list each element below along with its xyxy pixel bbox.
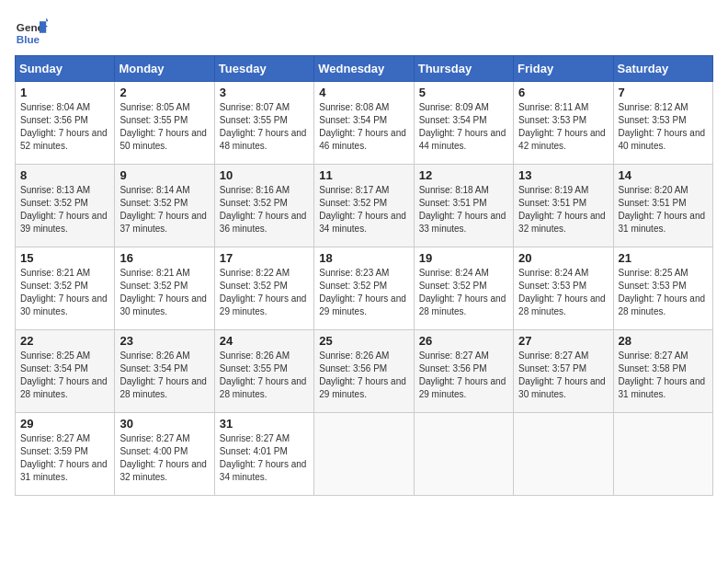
day-info: Sunrise: 8:27 AMSunset: 4:01 PMDaylight:… (220, 432, 309, 484)
day-number: 16 (119, 251, 209, 265)
calendar-week-row: 29Sunrise: 8:27 AMSunset: 3:59 PMDayligh… (16, 413, 713, 496)
svg-text:Blue: Blue (17, 33, 40, 45)
calendar-cell: 7Sunrise: 8:12 AMSunset: 3:53 PMDaylight… (613, 82, 712, 165)
day-number: 24 (220, 334, 309, 348)
day-info: Sunrise: 8:26 AMSunset: 3:54 PMDaylight:… (119, 350, 209, 401)
calendar-week-row: 8Sunrise: 8:13 AMSunset: 3:52 PMDaylight… (16, 165, 713, 247)
calendar-cell: 24Sunrise: 8:26 AMSunset: 3:55 PMDayligh… (214, 330, 313, 413)
day-number: 12 (419, 168, 508, 182)
day-number: 19 (419, 251, 508, 265)
day-info: Sunrise: 8:07 AMSunset: 3:55 PMDaylight:… (220, 101, 309, 153)
day-number: 21 (619, 251, 708, 265)
calendar-cell: 10Sunrise: 8:16 AMSunset: 3:52 PMDayligh… (214, 165, 313, 247)
day-info: Sunrise: 8:25 AMSunset: 3:53 PMDaylight:… (619, 267, 708, 318)
day-info: Sunrise: 8:12 AMSunset: 3:53 PMDaylight:… (619, 101, 708, 153)
calendar-cell: 25Sunrise: 8:26 AMSunset: 3:56 PMDayligh… (314, 330, 414, 413)
day-number: 27 (518, 334, 608, 348)
calendar-cell: 22Sunrise: 8:25 AMSunset: 3:54 PMDayligh… (16, 330, 115, 413)
day-number: 26 (419, 334, 508, 348)
day-number: 23 (119, 334, 209, 348)
col-header-saturday: Saturday (613, 56, 712, 82)
day-number: 28 (619, 334, 708, 348)
calendar-cell: 2Sunrise: 8:05 AMSunset: 3:55 PMDaylight… (115, 82, 214, 165)
col-header-monday: Monday (115, 56, 214, 82)
calendar-cell: 3Sunrise: 8:07 AMSunset: 3:55 PMDaylight… (214, 82, 313, 165)
logo-icon: General Blue (15, 15, 48, 48)
calendar-cell: 8Sunrise: 8:13 AMSunset: 3:52 PMDaylight… (16, 165, 115, 247)
day-info: Sunrise: 8:27 AMSunset: 3:59 PMDaylight:… (20, 432, 109, 484)
calendar-cell: 14Sunrise: 8:20 AMSunset: 3:51 PMDayligh… (613, 165, 712, 247)
calendar-cell: 20Sunrise: 8:24 AMSunset: 3:53 PMDayligh… (514, 247, 613, 330)
day-info: Sunrise: 8:24 AMSunset: 3:52 PMDaylight:… (419, 267, 508, 318)
col-header-wednesday: Wednesday (314, 56, 414, 82)
day-info: Sunrise: 8:25 AMSunset: 3:54 PMDaylight:… (20, 350, 109, 401)
day-info: Sunrise: 8:11 AMSunset: 3:53 PMDaylight:… (518, 101, 608, 153)
day-info: Sunrise: 8:26 AMSunset: 3:56 PMDaylight:… (319, 350, 408, 401)
day-number: 13 (518, 168, 608, 182)
col-header-friday: Friday (514, 56, 613, 82)
day-info: Sunrise: 8:27 AMSunset: 3:57 PMDaylight:… (518, 350, 608, 401)
day-info: Sunrise: 8:21 AMSunset: 3:52 PMDaylight:… (20, 267, 109, 318)
day-info: Sunrise: 8:09 AMSunset: 3:54 PMDaylight:… (419, 101, 508, 153)
day-number: 20 (518, 251, 608, 265)
day-number: 11 (319, 168, 408, 182)
day-info: Sunrise: 8:22 AMSunset: 3:52 PMDaylight:… (220, 267, 309, 318)
calendar-cell: 9Sunrise: 8:14 AMSunset: 3:52 PMDaylight… (115, 165, 214, 247)
calendar-cell: 26Sunrise: 8:27 AMSunset: 3:56 PMDayligh… (414, 330, 513, 413)
day-number: 6 (518, 86, 608, 99)
calendar-cell: 30Sunrise: 8:27 AMSunset: 4:00 PMDayligh… (115, 413, 214, 496)
calendar-cell (414, 413, 513, 496)
calendar-cell: 5Sunrise: 8:09 AMSunset: 3:54 PMDaylight… (414, 82, 513, 165)
day-number: 1 (20, 86, 109, 99)
calendar-week-row: 15Sunrise: 8:21 AMSunset: 3:52 PMDayligh… (16, 247, 713, 330)
day-number: 10 (220, 168, 309, 182)
day-number: 30 (119, 417, 209, 431)
day-number: 3 (220, 86, 309, 99)
day-number: 25 (319, 334, 408, 348)
logo: General Blue (15, 15, 51, 48)
calendar-cell: 13Sunrise: 8:19 AMSunset: 3:51 PMDayligh… (514, 165, 613, 247)
day-info: Sunrise: 8:08 AMSunset: 3:54 PMDaylight:… (319, 101, 408, 153)
calendar-cell: 29Sunrise: 8:27 AMSunset: 3:59 PMDayligh… (16, 413, 115, 496)
day-info: Sunrise: 8:14 AMSunset: 3:52 PMDaylight:… (119, 184, 209, 236)
day-number: 17 (220, 251, 309, 265)
day-info: Sunrise: 8:18 AMSunset: 3:51 PMDaylight:… (419, 184, 508, 236)
col-header-thursday: Thursday (414, 56, 513, 82)
calendar-table: SundayMondayTuesdayWednesdayThursdayFrid… (15, 55, 713, 496)
calendar-cell: 11Sunrise: 8:17 AMSunset: 3:52 PMDayligh… (314, 165, 414, 247)
calendar-cell: 28Sunrise: 8:27 AMSunset: 3:58 PMDayligh… (613, 330, 712, 413)
day-number: 18 (319, 251, 408, 265)
day-info: Sunrise: 8:16 AMSunset: 3:52 PMDaylight:… (220, 184, 309, 236)
day-number: 22 (20, 334, 109, 348)
col-header-sunday: Sunday (16, 56, 115, 82)
day-info: Sunrise: 8:05 AMSunset: 3:55 PMDaylight:… (119, 101, 209, 153)
calendar-cell: 23Sunrise: 8:26 AMSunset: 3:54 PMDayligh… (115, 330, 214, 413)
day-number: 8 (20, 168, 109, 182)
day-number: 4 (319, 86, 408, 99)
day-info: Sunrise: 8:23 AMSunset: 3:52 PMDaylight:… (319, 267, 408, 318)
day-info: Sunrise: 8:21 AMSunset: 3:52 PMDaylight:… (119, 267, 209, 318)
day-info: Sunrise: 8:04 AMSunset: 3:56 PMDaylight:… (20, 101, 109, 153)
day-number: 31 (220, 417, 309, 431)
day-info: Sunrise: 8:27 AMSunset: 3:58 PMDaylight:… (619, 350, 708, 401)
col-header-tuesday: Tuesday (214, 56, 313, 82)
day-info: Sunrise: 8:17 AMSunset: 3:52 PMDaylight:… (319, 184, 408, 236)
day-info: Sunrise: 8:19 AMSunset: 3:51 PMDaylight:… (518, 184, 608, 236)
calendar-cell: 15Sunrise: 8:21 AMSunset: 3:52 PMDayligh… (16, 247, 115, 330)
calendar-header-row: SundayMondayTuesdayWednesdayThursdayFrid… (16, 56, 713, 82)
calendar-cell: 27Sunrise: 8:27 AMSunset: 3:57 PMDayligh… (514, 330, 613, 413)
calendar-cell: 18Sunrise: 8:23 AMSunset: 3:52 PMDayligh… (314, 247, 414, 330)
day-info: Sunrise: 8:27 AMSunset: 3:56 PMDaylight:… (419, 350, 508, 401)
calendar-week-row: 22Sunrise: 8:25 AMSunset: 3:54 PMDayligh… (16, 330, 713, 413)
calendar-cell: 6Sunrise: 8:11 AMSunset: 3:53 PMDaylight… (514, 82, 613, 165)
calendar-cell: 16Sunrise: 8:21 AMSunset: 3:52 PMDayligh… (115, 247, 214, 330)
svg-marker-2 (40, 21, 46, 33)
calendar-week-row: 1Sunrise: 8:04 AMSunset: 3:56 PMDaylight… (16, 82, 713, 165)
calendar-cell (613, 413, 712, 496)
svg-marker-3 (46, 18, 48, 22)
calendar-cell (514, 413, 613, 496)
calendar-cell: 4Sunrise: 8:08 AMSunset: 3:54 PMDaylight… (314, 82, 414, 165)
day-info: Sunrise: 8:24 AMSunset: 3:53 PMDaylight:… (518, 267, 608, 318)
day-info: Sunrise: 8:20 AMSunset: 3:51 PMDaylight:… (619, 184, 708, 236)
calendar-cell: 12Sunrise: 8:18 AMSunset: 3:51 PMDayligh… (414, 165, 513, 247)
